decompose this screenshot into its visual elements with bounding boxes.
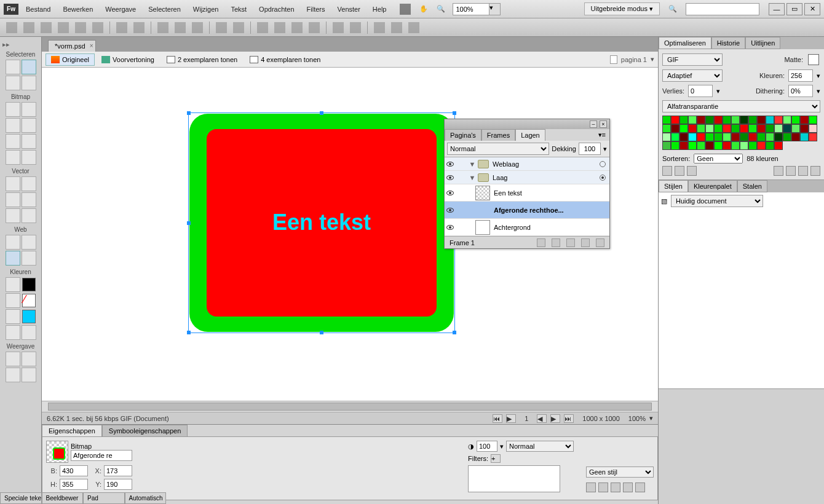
opt-btn-1[interactable] — [662, 166, 672, 176]
layer-name[interactable]: Afgeronde rechthoe... — [493, 207, 609, 214]
menu-weergave[interactable]: Weergave — [100, 3, 141, 15]
new-icon[interactable] — [6, 22, 17, 33]
x-input[interactable] — [104, 465, 132, 476]
palette-swatch[interactable] — [809, 116, 817, 124]
palette-swatch[interactable] — [662, 124, 671, 133]
palette-swatch[interactable] — [800, 133, 809, 141]
filters-list[interactable] — [468, 465, 560, 492]
menu-tekst[interactable]: Tekst — [226, 3, 252, 15]
palette-swatch[interactable] — [774, 141, 783, 150]
new-mask-icon[interactable] — [552, 238, 560, 247]
palette-swatch[interactable] — [723, 116, 731, 124]
slice-tool[interactable] — [22, 235, 36, 250]
hand-tool-icon[interactable]: ✋ — [419, 5, 428, 13]
palette-swatch[interactable] — [671, 116, 679, 124]
redo-icon[interactable] — [133, 22, 145, 33]
fill-swatch[interactable]: ⁄ — [22, 294, 36, 307]
palette-swatch[interactable] — [714, 141, 723, 150]
page-menu-icon[interactable]: ▾ — [651, 55, 654, 63]
properties-tab[interactable]: Eigenschappen — [42, 425, 102, 436]
wand-tool[interactable] — [6, 118, 20, 133]
view-original[interactable]: Origineel — [46, 53, 95, 66]
palette-swatch[interactable] — [723, 124, 731, 133]
palette-swatch[interactable] — [783, 116, 791, 124]
palette-swatch[interactable] — [705, 116, 714, 124]
active-radio[interactable] — [600, 175, 606, 181]
panel-minimize-icon[interactable]: – — [590, 120, 597, 128]
opt-btn-7[interactable] — [810, 166, 820, 176]
colors-input[interactable] — [788, 69, 813, 82]
palette-swatch[interactable] — [662, 116, 671, 124]
swap-tool[interactable] — [22, 325, 36, 340]
panel-menu-icon[interactable]: ▾≡ — [595, 129, 609, 141]
palette-swatch[interactable] — [731, 133, 740, 141]
object-name-input[interactable] — [71, 450, 132, 461]
palette-swatch[interactable] — [757, 124, 766, 133]
default-swatch[interactable] — [22, 310, 36, 323]
rounded-rect-shape[interactable]: Een tekst — [189, 114, 454, 332]
special-chars-tab[interactable]: Speciale tekens — [0, 492, 42, 504]
delete-layer-icon[interactable] — [596, 238, 604, 247]
canvas-dim[interactable]: 1000 x 1000 — [582, 415, 620, 422]
palette-swatch[interactable] — [714, 124, 723, 133]
nocolor-tool[interactable] — [6, 325, 20, 340]
menu-selecteren[interactable]: Selecteren — [143, 3, 186, 15]
zoom-dropdown[interactable]: ▾ — [489, 3, 501, 15]
menu-opdrachten[interactable]: Opdrachten — [254, 3, 299, 15]
text-tool[interactable] — [22, 192, 36, 207]
history-tab[interactable]: Historie — [711, 37, 745, 49]
panel-close-icon[interactable]: × — [600, 120, 607, 128]
visibility-icon[interactable] — [445, 162, 456, 167]
backward-icon[interactable] — [291, 22, 303, 33]
palette-swatch[interactable] — [705, 141, 714, 150]
handle-nw[interactable] — [187, 111, 191, 115]
stalen-tab[interactable]: Stalen — [737, 180, 767, 192]
palette-swatch[interactable] — [766, 141, 774, 150]
visibility-icon[interactable] — [445, 175, 456, 180]
menu-bestand[interactable]: Bestand — [21, 3, 55, 15]
opt-btn-5[interactable] — [786, 166, 796, 176]
add-filter-button[interactable]: + — [491, 454, 501, 463]
palette-swatch[interactable] — [714, 133, 723, 141]
knife-tool[interactable] — [22, 208, 36, 223]
open-icon[interactable] — [23, 22, 34, 33]
menu-wijzigen[interactable]: Wijzigen — [188, 3, 224, 15]
eraser-tool[interactable] — [22, 134, 36, 149]
active-radio[interactable] — [600, 161, 606, 167]
maximize-button[interactable]: ▭ — [786, 3, 802, 15]
stamp-tool[interactable] — [22, 150, 36, 165]
palette-swatch[interactable] — [748, 133, 757, 141]
new-sublayer-icon[interactable] — [537, 238, 545, 247]
palette-swatch[interactable] — [774, 124, 783, 133]
frame-label[interactable]: Frame 1 — [450, 239, 475, 246]
align-icon[interactable] — [333, 22, 344, 33]
subselect-tool[interactable] — [22, 60, 36, 74]
palette-swatch[interactable] — [671, 141, 679, 150]
palette-swatch[interactable] — [679, 116, 688, 124]
palette-swatch[interactable] — [688, 116, 697, 124]
style-select[interactable]: Geen stijl — [586, 467, 654, 478]
import-icon[interactable] — [58, 22, 69, 33]
line-tool[interactable] — [6, 176, 20, 191]
palette-swatch[interactable] — [809, 133, 817, 141]
palette-swatch[interactable] — [679, 124, 688, 133]
layer-name[interactable]: Laag — [491, 174, 600, 181]
width-input[interactable] — [60, 465, 88, 476]
new-layer-icon[interactable] — [566, 238, 575, 247]
ungroup-icon[interactable] — [233, 22, 244, 33]
brush-tool[interactable] — [22, 118, 36, 133]
expand-icon[interactable]: ▼ — [467, 160, 478, 168]
palette-swatch[interactable] — [679, 133, 688, 141]
palette-swatch[interactable] — [697, 124, 705, 133]
palette-swatch[interactable] — [809, 124, 817, 133]
workspace-mode-button[interactable]: Uitgebreide modus ▾ — [584, 2, 660, 15]
style-btn-4[interactable] — [623, 482, 633, 492]
palette-swatch[interactable] — [688, 124, 697, 133]
palette-swatch[interactable] — [731, 124, 740, 133]
hotspot-tool[interactable] — [6, 235, 20, 250]
prev-frame-icon[interactable]: ◀ — [537, 414, 547, 423]
layer-name[interactable]: Weblaag — [491, 160, 600, 168]
frames-tab[interactable]: Frames — [481, 129, 515, 141]
palette-swatch[interactable] — [723, 133, 731, 141]
flip-h-icon[interactable] — [391, 22, 402, 33]
